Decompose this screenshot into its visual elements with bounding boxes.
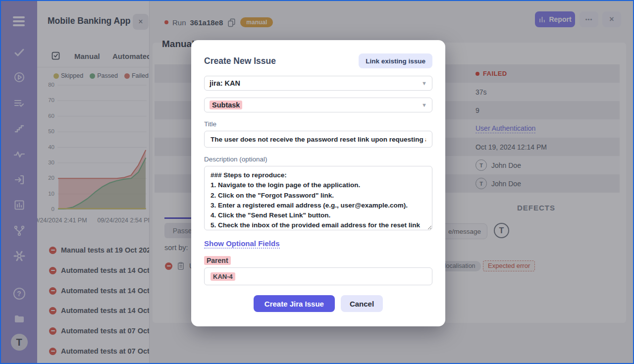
project-select[interactable]: jira: KAN ▼ (204, 76, 432, 91)
cancel-button[interactable]: Cancel (341, 295, 383, 312)
parent-value-chip: KAN-4 (211, 272, 235, 281)
chevron-down-icon: ▼ (422, 80, 427, 86)
issue-title-input[interactable] (204, 131, 432, 148)
chevron-down-icon: ▼ (422, 102, 427, 108)
title-label: Title (204, 120, 432, 128)
parent-label: Parent (204, 257, 432, 264)
create-issue-modal: Create New Issue Link existing issue jir… (191, 40, 445, 326)
create-jira-issue-button[interactable]: Create Jira Issue (254, 295, 335, 312)
link-existing-issue-button[interactable]: Link existing issue (359, 53, 432, 68)
modal-title: Create New Issue (204, 56, 276, 66)
issue-type-select[interactable]: Subtask ▼ (204, 98, 432, 112)
parent-input[interactable]: KAN-4 (204, 267, 432, 285)
show-optional-fields-link[interactable]: Show Optional Fields (204, 239, 280, 249)
description-label: Description (optional) (204, 156, 432, 163)
app-window: ? T Mobile Banking App × Manual Automate… (0, 0, 634, 364)
description-textarea[interactable]: ### Steps to reproduce: 1. Navigate to t… (204, 166, 432, 230)
